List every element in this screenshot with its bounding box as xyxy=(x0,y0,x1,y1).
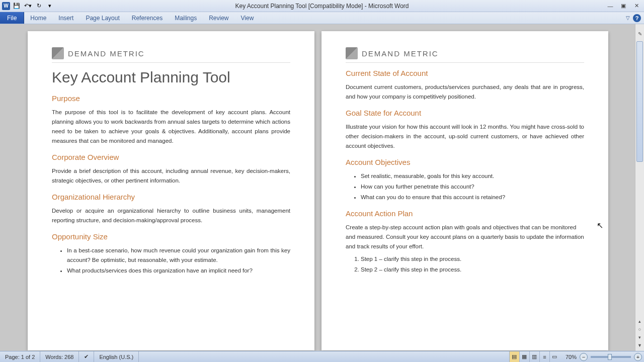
logo-mark-icon xyxy=(346,47,358,59)
zoom-slider-handle[interactable] xyxy=(608,354,612,360)
status-words[interactable]: Words: 268 xyxy=(40,351,79,362)
section-heading: Account Action Plan xyxy=(346,209,584,218)
list-item: What products/services does this organiz… xyxy=(67,266,290,276)
body-text: Create a step-by-step account action pla… xyxy=(346,223,584,251)
redo-icon[interactable]: ↻ xyxy=(34,2,43,11)
title-bar: W 💾 ↶▾ ↻ ▾ Key Account Planning Tool [Co… xyxy=(0,0,644,12)
view-full-screen-button[interactable]: ▦ xyxy=(519,351,529,362)
word-app-icon[interactable]: W xyxy=(2,2,10,10)
tab-mailings[interactable]: Mailings xyxy=(169,12,203,24)
zoom-in-button[interactable]: + xyxy=(634,353,642,361)
section-heading: Current State of Account xyxy=(346,69,584,77)
section-heading: Organizational Hierarchy xyxy=(52,193,290,201)
scroll-track[interactable] xyxy=(635,40,644,319)
close-button[interactable]: ✕ xyxy=(631,2,642,10)
body-text: Document current customers, products/ser… xyxy=(346,82,584,102)
selection-browser-icon[interactable]: ✎ xyxy=(636,31,643,38)
status-bar: Page: 1 of 2 Words: 268 ✔ English (U.S.)… xyxy=(0,351,644,362)
minimize-button[interactable]: — xyxy=(605,2,616,10)
view-print-layout-button[interactable]: ▤ xyxy=(509,351,519,362)
body-text: Develop or acquire an organizational hie… xyxy=(52,206,290,225)
document-page-2[interactable]: DEMAND METRIC Current State of Account D… xyxy=(321,31,608,350)
tab-references[interactable]: References xyxy=(126,12,169,24)
document-page-1[interactable]: DEMAND METRIC Key Account Planning Tool … xyxy=(28,31,314,350)
zoom-out-button[interactable]: − xyxy=(580,353,588,361)
zoom-slider[interactable] xyxy=(591,356,631,358)
maximize-button[interactable]: ▣ xyxy=(618,2,629,10)
status-proofing-icon[interactable]: ✔ xyxy=(79,351,94,362)
list-item: Step 1 – clarify this step in the proces… xyxy=(361,254,584,264)
list-item: How can you further penetrate this accou… xyxy=(361,182,584,192)
list-item: Set realistic, measurable, goals for thi… xyxy=(361,171,584,181)
tab-review[interactable]: Review xyxy=(203,12,234,24)
scroll-thumb[interactable] xyxy=(636,41,643,162)
document-title: Key Account Planning Tool xyxy=(52,69,290,86)
view-web-layout-button[interactable]: ▥ xyxy=(529,351,539,362)
body-text: Provide a brief description of this acco… xyxy=(52,166,290,186)
logo-mark-icon xyxy=(52,47,64,59)
tab-view[interactable]: View xyxy=(235,12,260,24)
body-text: Illustrate your vision for how this acco… xyxy=(346,122,584,151)
scroll-next-page-button[interactable]: ▾ xyxy=(635,335,644,343)
view-outline-button[interactable]: ≡ xyxy=(539,351,549,362)
zoom-level[interactable]: 70% xyxy=(562,354,580,360)
qat-customize-icon[interactable]: ▾ xyxy=(45,2,54,11)
scroll-down-button[interactable]: ▼ xyxy=(635,343,644,351)
ribbon: File Home Insert Page Layout References … xyxy=(0,12,644,24)
window-title: Key Account Planning Tool [Compatibility… xyxy=(235,3,409,10)
section-heading: Corporate Overview xyxy=(52,153,290,161)
body-text: The purpose of this tool is to facilitat… xyxy=(52,108,290,146)
list-item: What can you do to ensure that this acco… xyxy=(361,193,584,202)
document-area[interactable]: DEMAND METRIC Key Account Planning Tool … xyxy=(0,24,644,351)
list-item: In a best-case scenario, how much revenu… xyxy=(67,246,290,265)
status-page[interactable]: Page: 1 of 2 xyxy=(0,351,40,362)
list-item: Step 2 – clarify this step in the proces… xyxy=(361,265,584,275)
vertical-scrollbar[interactable]: ✎ ▲ ▴ ○ ▾ ▼ xyxy=(635,24,644,351)
undo-icon[interactable]: ↶▾ xyxy=(23,2,32,11)
logo: DEMAND METRIC xyxy=(346,47,584,63)
section-heading: Account Objectives xyxy=(346,158,584,166)
logo-text: DEMAND METRIC xyxy=(68,49,145,58)
help-icon[interactable]: ? xyxy=(633,14,641,22)
window-controls: — ▣ ✕ xyxy=(605,2,644,10)
tab-home[interactable]: Home xyxy=(24,12,52,24)
section-heading: Purpose xyxy=(52,94,290,103)
logo: DEMAND METRIC xyxy=(52,47,290,63)
scroll-prev-page-button[interactable]: ▴ xyxy=(635,319,644,327)
browse-object-button[interactable]: ○ xyxy=(635,327,644,335)
tab-insert[interactable]: Insert xyxy=(52,12,79,24)
tab-page-layout[interactable]: Page Layout xyxy=(79,12,125,24)
section-heading: Goal State for Account xyxy=(346,109,584,117)
status-language[interactable]: English (U.S.) xyxy=(94,351,139,362)
view-draft-button[interactable]: ▭ xyxy=(549,351,559,362)
quick-access-toolbar: W 💾 ↶▾ ↻ ▾ xyxy=(0,2,54,11)
file-tab[interactable]: File xyxy=(0,12,24,24)
save-icon[interactable]: 💾 xyxy=(12,2,21,11)
logo-text: DEMAND METRIC xyxy=(362,49,439,58)
ribbon-minimize-icon[interactable]: ▽ xyxy=(626,15,630,21)
section-heading: Opportunity Size xyxy=(52,232,290,241)
